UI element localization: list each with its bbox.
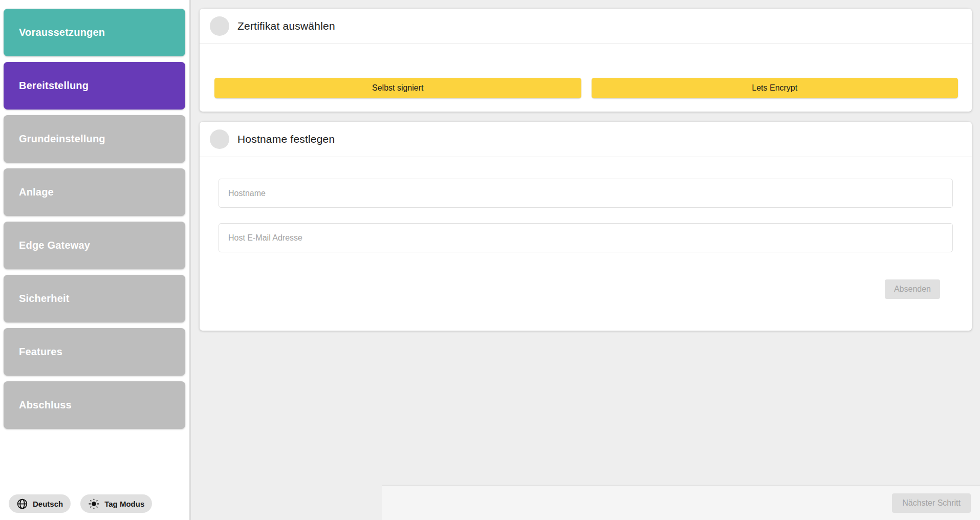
certificate-card-header: Zertifikat auswählen: [200, 9, 972, 44]
submit-button[interactable]: Absenden: [885, 279, 940, 299]
sidebar-item-bereitstellung[interactable]: Bereitstellung: [4, 62, 185, 110]
sidebar-footer-chips: Deutsch Tag Modus: [9, 494, 152, 513]
sidebar-item-voraussetzungen[interactable]: Voraussetzungen: [4, 9, 185, 56]
lets-encrypt-button[interactable]: Lets Encrypt: [592, 78, 959, 98]
certificate-card-title: Zertifikat auswählen: [237, 20, 335, 32]
globe-icon: [16, 498, 28, 510]
wizard-sidebar: Voraussetzungen Bereitstellung Grundeins…: [0, 0, 189, 520]
step-status-icon: [210, 16, 229, 36]
sidebar-item-grundeinstellung[interactable]: Grundeinstellung: [4, 115, 185, 163]
submit-row: Absenden: [219, 279, 953, 299]
sidebar-item-features[interactable]: Features: [4, 328, 185, 376]
wizard-steps: Voraussetzungen Bereitstellung Grundeins…: [4, 9, 185, 429]
hostname-card-header: Hostname festlegen: [200, 122, 972, 157]
next-step-button[interactable]: Nächster Schritt: [892, 493, 971, 513]
self-signed-button[interactable]: Selbst signiert: [214, 78, 581, 98]
sidebar-item-anlage[interactable]: Anlage: [4, 168, 185, 216]
hostname-card-title: Hostname festlegen: [237, 133, 335, 145]
hostname-input[interactable]: [219, 179, 953, 208]
sun-icon: [88, 498, 100, 510]
step-status-icon: [210, 129, 229, 149]
sidebar-item-edge-gateway[interactable]: Edge Gateway: [4, 222, 185, 269]
sidebar-item-sicherheit[interactable]: Sicherheit: [4, 275, 185, 322]
wizard-footer: Nächster Schritt: [382, 485, 980, 520]
language-chip-label: Deutsch: [33, 500, 63, 508]
hostname-form: Absenden: [200, 157, 972, 299]
theme-mode-chip[interactable]: Tag Modus: [80, 494, 152, 513]
language-chip[interactable]: Deutsch: [9, 494, 71, 513]
sidebar-item-abschluss[interactable]: Abschluss: [4, 381, 185, 429]
theme-mode-chip-label: Tag Modus: [104, 500, 144, 508]
certificate-card: Zertifikat auswählen Selbst signiert Let…: [200, 9, 972, 112]
main-content: Zertifikat auswählen Selbst signiert Let…: [191, 0, 980, 520]
hostname-card: Hostname festlegen Absenden: [200, 122, 972, 331]
certificate-options: Selbst signiert Lets Encrypt: [200, 44, 972, 98]
host-email-input[interactable]: [219, 223, 953, 252]
